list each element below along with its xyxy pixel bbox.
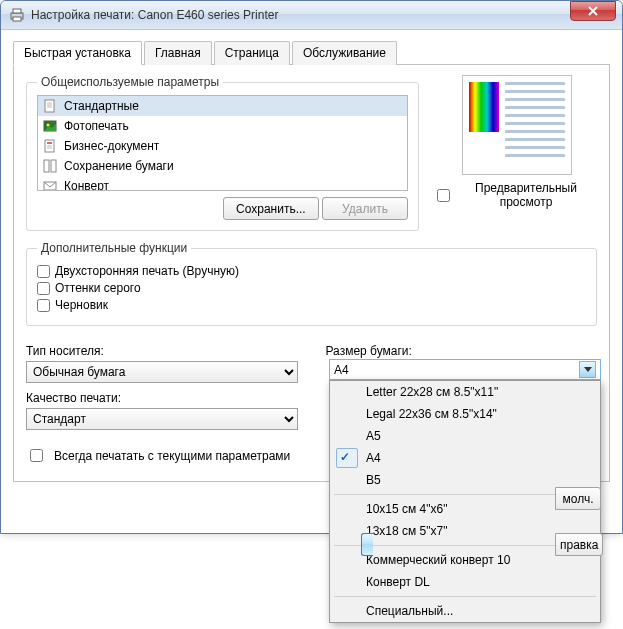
- paper-size-combobox-open[interactable]: A4: [329, 359, 601, 380]
- checkmark-icon: ✓: [340, 450, 350, 464]
- tab-quick-setup[interactable]: Быстрая установка: [13, 41, 142, 65]
- chevron-down-icon: [579, 361, 596, 378]
- svg-rect-8: [44, 160, 49, 172]
- tab-maintenance[interactable]: Обслуживание: [292, 41, 397, 65]
- preview-checkbox[interactable]: [437, 189, 450, 202]
- svg-rect-3: [45, 100, 54, 112]
- grayscale-label: Оттенки серого: [55, 281, 141, 295]
- ok-button-peek[interactable]: [361, 533, 373, 556]
- dropdown-item[interactable]: Специальный...: [330, 600, 600, 622]
- save-paper-icon: [42, 158, 58, 174]
- document-icon: [42, 98, 58, 114]
- duplex-checkbox[interactable]: [37, 265, 50, 278]
- svg-rect-2: [13, 17, 21, 21]
- help-button-peek[interactable]: правка: [555, 533, 603, 556]
- presets-listbox[interactable]: Стандартные Фотопечать Бизнес-документ: [37, 95, 408, 191]
- quality-select[interactable]: Стандарт: [26, 408, 298, 430]
- dropdown-item[interactable]: A4✓: [330, 447, 600, 469]
- dropdown-item[interactable]: Letter 22x28 см 8.5"x11": [330, 381, 600, 403]
- always-current-label: Всегда печатать с текущими параметрами: [54, 449, 290, 463]
- media-type-select[interactable]: Обычная бумага: [26, 361, 298, 383]
- printer-icon: [9, 7, 25, 23]
- preview-color-block: [469, 82, 499, 132]
- preset-standard[interactable]: Стандартные: [38, 96, 407, 116]
- defaults-button-peek[interactable]: молч.: [555, 487, 601, 510]
- print-preview-thumbnail: [462, 75, 572, 175]
- preset-envelope[interactable]: Конверт: [38, 176, 407, 191]
- dropdown-item[interactable]: Конверт DL: [330, 571, 600, 593]
- titlebar[interactable]: Настройка печати: Canon E460 series Prin…: [1, 1, 622, 30]
- close-button[interactable]: [570, 1, 616, 21]
- svg-rect-9: [51, 160, 56, 172]
- additional-functions-group: Дополнительные функции Двухсторонняя печ…: [26, 241, 597, 326]
- addfunc-legend: Дополнительные функции: [37, 241, 191, 255]
- save-preset-button[interactable]: Сохранить...: [223, 197, 319, 220]
- business-doc-icon: [42, 138, 58, 154]
- preset-photo[interactable]: Фотопечать: [38, 116, 407, 136]
- presets-legend: Общеиспользуемые параметры: [37, 75, 223, 89]
- draft-checkbox[interactable]: [37, 299, 50, 312]
- tab-page[interactable]: Страница: [214, 41, 290, 65]
- preset-save-paper[interactable]: Сохранение бумаги: [38, 156, 407, 176]
- dropdown-separator: [334, 596, 596, 597]
- photo-icon: [42, 118, 58, 134]
- draft-label: Черновик: [55, 298, 108, 312]
- preview-text-lines: [505, 82, 565, 162]
- quality-label: Качество печати:: [26, 391, 298, 405]
- preview-label: Предварительный просмотр: [455, 181, 597, 209]
- svg-rect-1: [13, 9, 21, 13]
- grayscale-checkbox[interactable]: [37, 282, 50, 295]
- window-title: Настройка печати: Canon E460 series Prin…: [31, 8, 622, 22]
- presets-group: Общеиспользуемые параметры Стандартные Ф…: [26, 75, 419, 231]
- envelope-icon: [42, 178, 58, 191]
- media-type-label: Тип носителя:: [26, 344, 298, 358]
- paper-size-current-value: A4: [334, 363, 349, 377]
- delete-preset-button[interactable]: Удалить: [322, 197, 408, 220]
- tab-strip: Быстрая установка Главная Страница Обслу…: [13, 40, 610, 65]
- preset-business[interactable]: Бизнес-документ: [38, 136, 407, 156]
- always-current-checkbox[interactable]: [30, 449, 43, 462]
- paper-size-label: Размер бумаги:: [326, 344, 598, 358]
- tab-main[interactable]: Главная: [144, 41, 212, 65]
- dropdown-item[interactable]: A5: [330, 425, 600, 447]
- dropdown-item[interactable]: Legal 22x36 см 8.5"x14": [330, 403, 600, 425]
- duplex-label: Двухсторонняя печать (Вручную): [55, 264, 239, 278]
- svg-rect-7: [47, 142, 52, 144]
